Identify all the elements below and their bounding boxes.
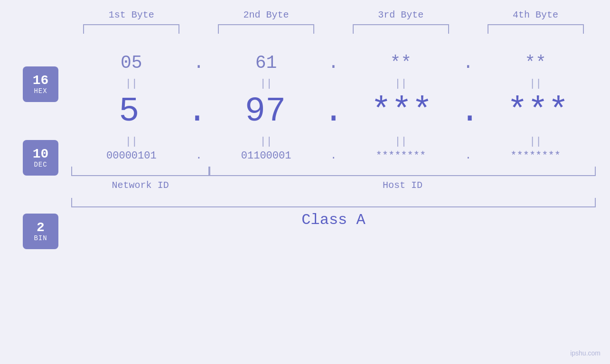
- bin-val-4: ********: [475, 150, 596, 162]
- hex-val-4: **: [475, 53, 596, 73]
- hex-row: 05 . 61 . ** . **: [71, 53, 596, 73]
- header-row: 1st Byte 2nd Byte 3rd Byte 4th Byte: [0, 9, 610, 34]
- dot-dec-3: .: [460, 92, 480, 131]
- network-id-label: Network ID: [71, 180, 209, 191]
- bin-row: 00000101 . 01100001 . ******** . *******…: [71, 150, 596, 162]
- bin-val-2: 01100001: [206, 150, 327, 162]
- dec-val-3: ***: [344, 92, 460, 131]
- eq-3: ||: [341, 78, 461, 90]
- byte-col-1: 1st Byte: [71, 9, 192, 34]
- dec-badge-number: 10: [33, 148, 49, 161]
- equals-row-2: || || || ||: [71, 136, 596, 148]
- bracket-top-1: [83, 24, 179, 34]
- bin-badge: 2 BIN: [23, 214, 58, 249]
- bracket-host: [209, 167, 596, 176]
- byte-col-3: 3rd Byte: [341, 9, 461, 34]
- hex-badge-label: HEX: [34, 87, 47, 95]
- bottom-section: Network ID Host ID: [0, 167, 610, 191]
- data-section: 05 . 61 . ** . ** || || || || 5 . 97 . *…: [0, 38, 610, 162]
- dot-bin-3: .: [461, 150, 475, 162]
- dot-bin-1: .: [192, 150, 206, 162]
- byte-label-1: 1st Byte: [109, 9, 154, 20]
- dec-val-2: 97: [207, 92, 323, 131]
- dot-3: .: [461, 53, 475, 73]
- bracket-top-3: [353, 24, 449, 34]
- id-labels-row: Network ID Host ID: [71, 180, 596, 191]
- dec-row: 5 . 97 . *** . ***: [71, 92, 596, 131]
- bracket-top-4: [488, 24, 584, 34]
- eq-1: ||: [71, 78, 192, 90]
- hex-badge: 16 HEX: [23, 66, 58, 102]
- badge-column: 16 HEX 10 DEC 2 BIN: [23, 66, 58, 249]
- bin-badge-label: BIN: [34, 234, 47, 242]
- eq2-3: ||: [341, 136, 461, 148]
- dec-val-1: 5: [71, 92, 187, 131]
- bin-val-1: 00000101: [71, 150, 192, 162]
- host-id-label: Host ID: [209, 180, 596, 191]
- byte-label-3: 3rd Byte: [378, 9, 423, 20]
- dot-bin-2: .: [327, 150, 341, 162]
- class-section: Class A: [0, 198, 610, 229]
- bracket-top-2: [218, 24, 314, 34]
- class-label: Class A: [71, 211, 596, 229]
- dot-2: .: [327, 53, 341, 73]
- hex-val-2: 61: [206, 53, 327, 73]
- bracket-network: [71, 167, 209, 176]
- main-container: 16 HEX 10 DEC 2 BIN 1st Byte 2nd Byte 3r…: [0, 0, 610, 364]
- brackets-row: [71, 167, 596, 176]
- eq2-2: ||: [206, 136, 327, 148]
- byte-col-2: 2nd Byte: [206, 9, 327, 34]
- eq2-4: ||: [475, 136, 596, 148]
- class-bracket: [71, 198, 596, 207]
- dec-badge-label: DEC: [34, 161, 47, 168]
- byte-col-4: 4th Byte: [475, 9, 596, 34]
- equals-row-1: || || || ||: [71, 78, 596, 90]
- byte-label-2: 2nd Byte: [244, 9, 289, 20]
- eq2-1: ||: [71, 136, 192, 148]
- bin-val-3: ********: [341, 150, 461, 162]
- dot-1: .: [192, 53, 206, 73]
- byte-label-4: 4th Byte: [513, 9, 558, 20]
- watermark: ipshu.com: [570, 349, 601, 357]
- dec-badge: 10 DEC: [23, 140, 58, 176]
- hex-badge-number: 16: [33, 74, 49, 87]
- dot-dec-2: .: [323, 92, 344, 131]
- eq-2: ||: [206, 78, 327, 90]
- eq-4: ||: [475, 78, 596, 90]
- bin-badge-number: 2: [37, 221, 45, 234]
- hex-val-1: 05: [71, 53, 192, 73]
- dot-dec-1: .: [187, 92, 207, 131]
- hex-val-3: **: [341, 53, 461, 73]
- dec-val-4: ***: [480, 92, 596, 131]
